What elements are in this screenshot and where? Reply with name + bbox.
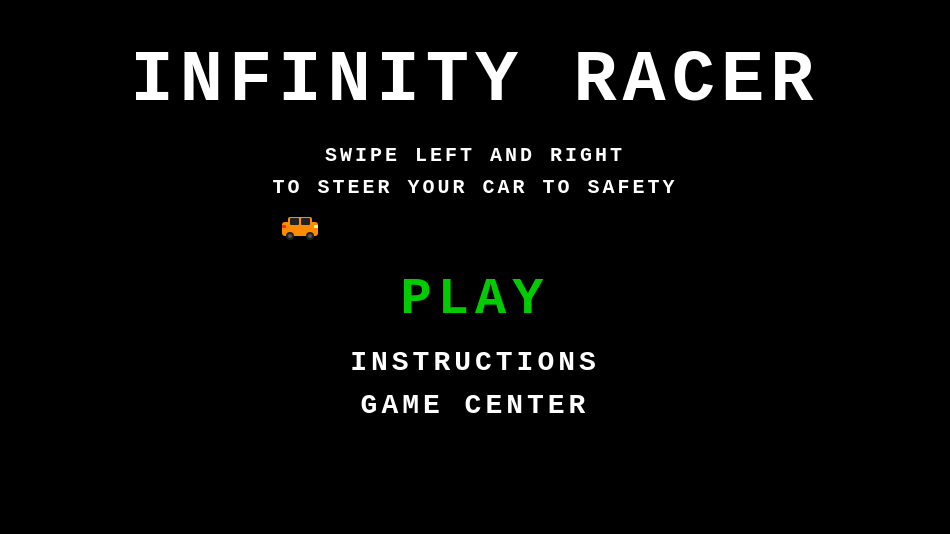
subtitle-line1: SWIPE LEFT AND RIGHT xyxy=(272,140,677,172)
svg-rect-2 xyxy=(290,218,299,225)
instructions-button[interactable]: INSTRUCTIONS xyxy=(350,347,600,378)
svg-point-5 xyxy=(288,234,292,238)
svg-rect-3 xyxy=(301,218,310,225)
svg-rect-8 xyxy=(314,225,318,228)
svg-point-7 xyxy=(308,234,312,238)
svg-rect-9 xyxy=(282,225,286,228)
subtitle-line2: TO STEER YOUR CAR TO SAFETY xyxy=(272,172,677,204)
play-button[interactable]: PLAY xyxy=(401,270,550,329)
car-icon xyxy=(280,214,320,242)
subtitle-text: SWIPE LEFT AND RIGHT TO STEER YOUR CAR T… xyxy=(272,140,677,204)
car-display xyxy=(0,214,950,242)
game-center-button[interactable]: GAME CENTER xyxy=(361,390,590,421)
game-title: INFINITY RACER xyxy=(131,40,820,122)
